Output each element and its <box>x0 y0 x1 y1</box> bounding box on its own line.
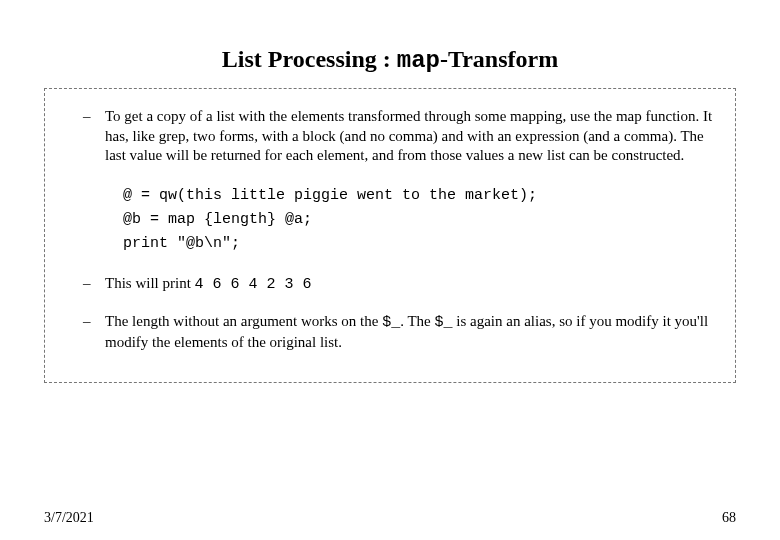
slide: List Processing : map-Transform – To get… <box>0 0 780 540</box>
footer-page: 68 <box>722 510 736 526</box>
code-block: @ = qw(this little piggie went to the ma… <box>123 184 715 256</box>
bullet-dash: – <box>65 107 105 166</box>
footer: 3/7/2021 68 <box>44 510 736 526</box>
bullet-1: – To get a copy of a list with the eleme… <box>65 107 715 166</box>
bullet-dash: – <box>65 312 105 352</box>
bullet-2-prefix: This will print <box>105 275 195 291</box>
title-prefix: List Processing : <box>222 46 397 72</box>
b3-p1: The length without an argument works on … <box>105 313 382 329</box>
bullet-3-text: The length without an argument works on … <box>105 312 715 352</box>
b3-p2: . The <box>400 313 434 329</box>
slide-title: List Processing : map-Transform <box>0 0 780 88</box>
b3-m1: $_ <box>382 314 400 331</box>
bullet-2-mono: 4 6 6 4 2 3 6 <box>195 276 312 293</box>
bullet-1-text: To get a copy of a list with the element… <box>105 107 715 166</box>
bullet-2: – This will print 4 6 6 4 2 3 6 <box>65 274 715 295</box>
bullet-3: – The length without an argument works o… <box>65 312 715 352</box>
bullet-2-text: This will print 4 6 6 4 2 3 6 <box>105 274 715 295</box>
footer-date: 3/7/2021 <box>44 510 94 526</box>
bullet-dash: – <box>65 274 105 295</box>
title-suffix: -Transform <box>440 46 558 72</box>
content-box: – To get a copy of a list with the eleme… <box>44 88 736 383</box>
b3-m2: $_ <box>435 314 453 331</box>
title-mono: map <box>397 47 440 74</box>
